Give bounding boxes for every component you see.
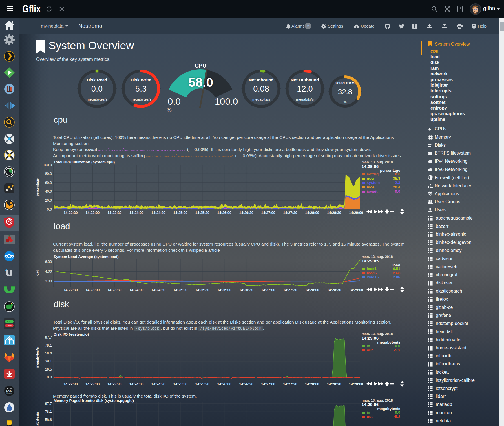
svg-text:14:24:30: 14:24:30 [151,382,165,386]
svg-text:14:27:30: 14:27:30 [283,382,297,386]
svg-text:20.0: 20.0 [45,198,52,202]
svg-text:Net Outbound: Net Outbound [291,77,319,82]
svg-text:14:27:30: 14:27:30 [283,288,297,292]
svg-text:14:23:00: 14:23:00 [85,382,100,386]
svg-text:Disk Read: Disk Read [87,77,107,82]
svg-text:14:24:00: 14:24:00 [129,288,143,292]
svg-text:80.0: 80.0 [45,172,52,176]
svg-text:megabits/s: megabits/s [296,97,314,101]
svg-text:14:26:00: 14:26:00 [217,211,231,215]
svg-text:14:25:00: 14:25:00 [173,288,187,292]
svg-text:14:29:00: 14:29:00 [349,288,363,292]
svg-text:40.0: 40.0 [45,189,52,193]
svg-text:Net Inbound: Net Inbound [249,77,273,82]
svg-text:14:22:30: 14:22:30 [63,211,78,215]
svg-text:%: % [167,107,172,113]
svg-text:14:27:00: 14:27:00 [261,288,275,292]
svg-text:14:29:00: 14:29:00 [349,382,363,386]
svg-text:0.08: 0.08 [253,84,269,93]
svg-text:14:24:30: 14:24:30 [151,288,165,292]
svg-text:14:27:00: 14:27:00 [261,211,275,215]
svg-text:14:27:30: 14:27:30 [283,211,297,215]
svg-text:14:22:30: 14:22:30 [63,288,78,292]
svg-text:Librarian: Librarian [6,392,12,394]
svg-text:78.1: 78.1 [45,410,52,414]
svg-text:0.0: 0.0 [91,84,103,93]
svg-text:0.0: 0.0 [47,208,52,211]
svg-text:4.00: 4.00 [45,269,52,273]
svg-text:LAZY: LAZY [6,390,13,392]
svg-text:78.1: 78.1 [45,344,52,347]
svg-text:14:26:00: 14:26:00 [217,382,231,386]
svg-text:97.7: 97.7 [45,336,52,340]
svg-text:14:22:30: 14:22:30 [63,382,78,386]
svg-text:14:23:00: 14:23:00 [85,211,100,215]
svg-text:0.0: 0.0 [47,375,52,379]
svg-text:58.6: 58.6 [45,418,52,422]
svg-text:12.0: 12.0 [297,84,313,93]
svg-text:14:23:30: 14:23:30 [107,382,121,386]
svg-text:megabits/s: megabits/s [252,97,270,101]
svg-text:5.3: 5.3 [135,84,147,93]
svg-text:Online: Online [7,321,12,323]
svg-text:megabytes/s: megabytes/s [131,97,151,101]
svg-text:14:28:00: 14:28:00 [305,211,319,215]
svg-text:58.6: 58.6 [45,351,52,355]
svg-text:6.00: 6.00 [45,260,52,264]
svg-text:14:25:00: 14:25:00 [173,382,187,386]
svg-text:megabytes/s: megabytes/s [36,347,39,368]
svg-text:14:23:00: 14:23:00 [85,288,100,292]
svg-text:14:28:30: 14:28:30 [327,288,341,292]
svg-text:0.0: 0.0 [168,96,181,107]
svg-text:megabytes/s: megabytes/s [87,97,107,101]
svg-text:14:26:00: 14:26:00 [217,288,231,292]
svg-text:14:26:30: 14:26:30 [239,382,253,386]
svg-text:97.7: 97.7 [45,402,52,406]
svg-text:Used RAM: Used RAM [335,81,355,85]
svg-text:14:25:30: 14:25:30 [195,288,209,292]
svg-text:39.1: 39.1 [45,359,52,363]
svg-text:100.0: 100.0 [215,96,238,107]
svg-text:14:25:30: 14:25:30 [195,382,209,386]
svg-text:14:24:00: 14:24:00 [129,211,143,215]
svg-text:14:23:30: 14:23:30 [107,288,121,292]
svg-text:14:28:00: 14:28:00 [305,382,319,386]
svg-text:14:26:30: 14:26:30 [239,288,253,292]
svg-text:14:28:00: 14:28:00 [305,288,319,292]
svg-text:14:25:30: 14:25:30 [195,211,209,215]
svg-text:58.0: 58.0 [189,75,213,90]
svg-text:14:29:00: 14:29:00 [349,211,363,215]
svg-text:32.8: 32.8 [338,88,352,96]
svg-text:percentage: percentage [36,178,39,196]
svg-text:2.00: 2.00 [45,279,52,283]
svg-text:14:26:30: 14:26:30 [239,211,253,215]
svg-text:19.5: 19.5 [45,367,52,371]
svg-text:CPU: CPU [194,63,206,69]
svg-text:14:27:00: 14:27:00 [261,382,275,386]
svg-text:14:23:30: 14:23:30 [107,211,121,215]
svg-text:14:25:00: 14:25:00 [173,211,187,215]
svg-text:megabytes/s: megabytes/s [36,412,39,426]
svg-text:load: load [36,270,39,277]
svg-text:sab: sab [6,424,12,426]
svg-text:%: % [344,100,347,104]
svg-text:Disk Write: Disk Write [131,77,151,82]
svg-text:60.0: 60.0 [45,181,52,185]
svg-text:14:28:30: 14:28:30 [327,211,341,215]
svg-text:14:24:30: 14:24:30 [151,211,165,215]
svg-text:Offline: Offline [7,325,12,327]
svg-text:100.0: 100.0 [43,163,52,167]
svg-text:14:24:00: 14:24:00 [129,382,143,386]
svg-text:14:28:30: 14:28:30 [327,382,341,386]
